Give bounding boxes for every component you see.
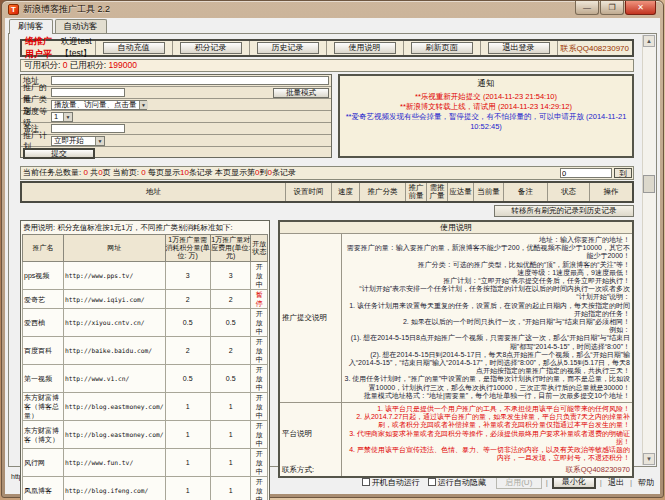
amount-row: 推广的量 批量模式 [21,87,331,99]
summary-segment: 共 [88,168,98,177]
minimize-icon[interactable]: — [575,1,599,15]
task-table-header: 地址设置时间速度推广分类推广前量需推广量应达量当前量备注状态操作 [20,181,634,203]
tab-strip: 刷博客 自动访客 [9,19,109,33]
pricing-cell: 开放中 [251,393,268,421]
task-column-header: 操作 [590,183,632,201]
account-info: 白云网络推广用户平台 欢迎test【test】 [22,41,96,55]
tab-brush-blog[interactable]: 刷博客 [9,19,53,34]
summary-segment: 当前任务总数量: [23,168,83,177]
help-button[interactable]: 帮助 [636,477,656,488]
pricing-column-header: 推广名 [23,235,64,262]
client-area: 刷博客 自动访客 白云网络推广用户平台 欢迎test【test】 自动充值 积分… [5,18,660,494]
tab-auto-visitor[interactable]: 自动访客 [55,19,107,33]
maximize-icon[interactable]: ❐ [600,1,624,15]
logout-button[interactable]: 退出登录 [488,42,550,54]
usage-line: 例如： [344,326,630,334]
notice-item: **乐视重新开始提交 (2014-11-23 21:54:10) [340,92,632,102]
window-title: 新浪博客推广工具 2.2 [23,3,110,16]
usage-line: 需要推广的量：输入要推广的量，新浪博客不能少于200，优酷视频不能少于10000… [344,244,630,260]
summary-segment: 条记录 [272,168,296,177]
notice-item: **新浪博文转载上线，请试用 (2014-11-23 14:29:12) [340,102,632,112]
used-points-value: 199000 [109,60,137,70]
pricing-cell: 0.5 [165,365,210,393]
address-row: 地址 [21,75,331,87]
usage-line: 4. 严禁使用该平台宣传违法、色情、暴力、等一切非法的内容，以及有关政治等敏感话… [344,446,630,462]
titlebar[interactable]: T 新浪博客推广工具 2.2 [2,1,663,18]
pricing-cell: 0.5 [165,309,210,337]
usage-section-text: 1. 该平台只是提供一个用户推广的工具，不承担使用该平台可能带来的任何风险！2.… [342,403,632,464]
close-icon[interactable]: ✕ [625,1,656,15]
pricing-cell: 3 [210,262,251,290]
auto-recharge-button[interactable]: 自动充值 [103,42,165,54]
pricing-body: pps视频http://www.pps.tv/33开放中爱奇艺http://ww… [23,262,268,500]
page-goto: 到 [560,168,632,178]
task-column-header: 设置时间 [286,183,332,201]
account-header: 白云网络推广用户平台 欢迎test【test】 自动充值 积分记录 历史记录 使… [20,39,634,57]
summary-segment: 条记录 本页显示第 [189,168,255,177]
scrollbar-thumb[interactable] [643,175,655,193]
usage-line: “计划开始”表示安排一个任务计划，任务按指定的计划在以后的时间内执行一次或者多次 [344,285,630,293]
scroll-down-icon[interactable]: ▼ [643,453,655,465]
task-column-header: 推广分类 [360,183,406,201]
history-button[interactable]: 历史记录 [257,42,319,54]
pricing-cell: 2 [165,337,210,365]
caption-buttons: — ❐ ✕ [574,1,656,15]
summary-segment: 每页显示 [146,168,180,177]
usage-section-label: 平台说明 [280,403,342,464]
plan-select[interactable]: 立即开始 ▼ [51,136,105,146]
batch-mode-button[interactable]: 批量模式 [273,88,329,98]
speed-row: 速度等级 1 ▼ [21,111,331,123]
speed-select[interactable]: 1 ▼ [51,112,73,122]
pricing-cell: 2 [210,337,251,365]
task-column-header: 状态 [548,183,590,201]
usage-line: 2. 从2014.7.27日起，通过该平台推广的量，如果发生掉量，平台只负责7天… [344,413,630,429]
pricing-cell: 东方财富博客（博客总量） [23,393,64,421]
note-row: 备注 [21,123,331,135]
pricing-row: 百度百科http://baike.baidu.com/22开放中 [23,337,268,365]
welcome-text: 欢迎test【test】 [61,36,92,60]
autostart-checkbox[interactable] [362,478,370,486]
chevron-down-icon[interactable]: ▼ [139,101,148,109]
chevron-down-icon[interactable]: ▼ [95,137,104,145]
scroll-up-icon[interactable]: ▲ [643,35,655,47]
task-column-header: 地址 [22,183,286,201]
pricing-cell: 1 [210,449,251,477]
page-number-input[interactable] [560,168,612,178]
usage-line: (2). 想在2014-5-15日到2014-5-17日，每天8点开始推广一个视… [344,351,630,376]
pricing-cell: 2 [165,290,210,309]
category-row: 推广类别 播放量、访问量、点击量 ▼ [21,99,331,111]
site-url-cell: http://blog.ifeng.com/ [63,477,165,500]
usage-line: 3. 代理商家如要求补量或者充回积分等操作，必须提供最终用户要求补量或者退费的明… [344,430,630,446]
refresh-button[interactable]: 刷新页面 [411,42,473,54]
pricing-cell: 1 [210,393,251,421]
site-url-cell: http://www.iqiyi.com/ [63,290,165,309]
chevron-down-icon[interactable]: ▼ [63,113,72,121]
contact-label: 联系方式: [280,464,342,476]
site-url-cell: http://blog.eastmoney.com/ [63,393,165,421]
pricing-cell: 开放中 [251,262,268,290]
transfer-records-button[interactable]: 转移所有刷完的记录到历史记录 [494,205,634,217]
category-select[interactable]: 播放量、访问量、点击量 ▼ [51,100,147,110]
submit-button[interactable]: 提交 [23,148,95,159]
pricing-cell: 3 [165,262,210,290]
usage-line: “计划开始”说明： [344,293,630,301]
usage-line: 2. 如果在以后的一个时间只执行一次，“开始日期”与“结束日期”必须相同！ [344,318,630,326]
contact-value: 联系QQ408230970 [342,464,632,476]
usage-help-button[interactable]: 使用说明 [334,42,396,54]
pricing-cell: 凤凰博客 [23,477,64,500]
usage-contact-row: 联系方式: 联系QQ408230970 [280,464,632,476]
amount-input[interactable] [51,88,125,97]
autohide-checkbox[interactable] [428,478,436,486]
app-icon: T [8,4,19,15]
vertical-scrollbar[interactable]: ▲ ▼ [642,35,655,465]
task-column-header: 速度 [332,183,360,201]
note-input[interactable] [51,124,125,133]
pricing-row: 第一视频http://www.v1.cn/0.50.5开放中 [23,365,268,393]
pricing-cell: 1 [165,477,210,500]
task-summary: 当前任务总数量: 0 共0页 当前页: 0 每页显示10条记录 本页显示第0到0… [23,168,296,177]
points-record-button[interactable]: 积分记录 [180,42,242,54]
usage-panel: 使用说明 推广提交说明地址：输入你要推广的地址！需要推广的量：输入要推广的量，新… [278,220,634,478]
pricing-title: 费用说明: 积分充值标准按1元1万，不同推广类别消耗标准如下: [22,222,268,234]
goto-page-button[interactable]: 到 [614,168,632,178]
address-input[interactable] [51,76,329,85]
